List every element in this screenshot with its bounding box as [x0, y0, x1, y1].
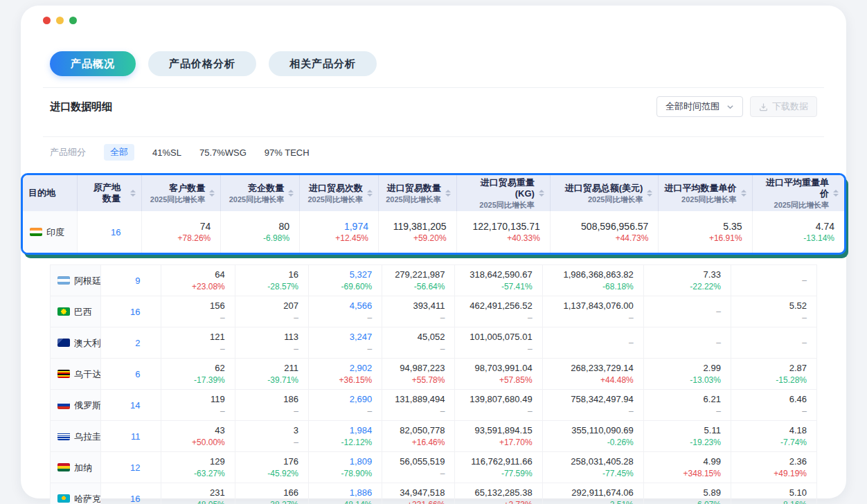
destination-cell: 澳大利亚	[51, 327, 101, 359]
origin-count-link[interactable]: 16	[111, 227, 120, 237]
tab-product-price-analysis[interactable]: 产品价格分析	[148, 51, 256, 76]
metric-cell: 4.74-13.14%	[752, 211, 844, 253]
growth-value: -19.23%	[654, 437, 721, 448]
growth-value: -68.18%	[553, 281, 634, 292]
window-close-button[interactable]	[43, 17, 51, 24]
metric-value: 231	[171, 487, 224, 499]
filter-option-757wsg[interactable]: 75.7%WSG	[199, 147, 247, 158]
table-row[interactable]: 哈萨克斯坦16231-48.05%166-38.27%1,886-48.14%3…	[51, 483, 817, 504]
metric-cell: 62-17.39%	[161, 359, 235, 390]
destination-cell: 巴西	[51, 296, 101, 327]
filter-option-97tech[interactable]: 97% TECH	[265, 147, 310, 158]
metric-value: 6.21	[654, 393, 721, 406]
sort-icon[interactable]	[130, 190, 136, 197]
ru-flag-icon	[57, 401, 70, 409]
trade-count-link[interactable]: 1,886	[319, 487, 372, 499]
trade-count-link[interactable]: 1,984	[319, 424, 372, 437]
metric-cell: 80-6.98%	[221, 211, 300, 253]
origin-count-link[interactable]: 11	[131, 431, 141, 442]
metric-cell: 207–	[235, 296, 308, 327]
metric-value: 34,947,518	[392, 487, 445, 499]
table-row[interactable]: 印度1674+78.26%80-6.98%1,974+12.45%119,381…	[23, 211, 844, 253]
origin-count-cell: 16	[101, 483, 161, 504]
growth-value: +55.78%	[392, 375, 445, 386]
origin-count-link[interactable]: 2	[135, 338, 140, 348]
table-row[interactable]: 澳大利亚2121–113–3,247–45,052–101,005,075.01…	[51, 327, 817, 359]
filter-label: 产品细分	[50, 146, 86, 159]
time-range-select[interactable]: 全部时间范围	[656, 96, 743, 117]
metric-cell: 176-45.92%	[235, 452, 308, 483]
sort-icon[interactable]	[833, 190, 839, 197]
trade-count-link[interactable]: 2,690	[319, 393, 372, 406]
column-header-4[interactable]: 竞企数量2025同比增长率	[221, 175, 300, 211]
highlighted-table-annotation: 目的地原产地数量客户数量2025同比增长率竞企数量2025同比增长率进口贸易次数…	[21, 173, 846, 255]
download-data-button[interactable]: 下载数据	[750, 96, 817, 117]
column-header-10[interactable]: 进口平均重量单价2025同比增长率	[752, 175, 844, 211]
trade-count-link[interactable]: 1,809	[319, 456, 372, 468]
sort-icon[interactable]	[209, 190, 215, 197]
metric-value: 211	[245, 362, 298, 375]
trade-count-link[interactable]: 2,902	[319, 362, 372, 375]
metric-cell: 4.99+348.15%	[643, 452, 731, 483]
trade-count-link[interactable]: 1,974	[310, 220, 368, 233]
trade-count-link[interactable]: 3,247	[319, 331, 372, 343]
metric-cell: 93,591,894.15+17.70%	[455, 421, 542, 452]
download-label: 下载数据	[772, 100, 808, 113]
metric-cell: 166-38.27%	[235, 483, 308, 504]
table-row[interactable]: 加纳12129-63.27%176-45.92%1,809-78.90%56,0…	[51, 452, 817, 483]
growth-value: –	[319, 312, 372, 323]
metric-cell: 4.18-7.74%	[731, 421, 816, 452]
window-zoom-button[interactable]	[69, 17, 77, 24]
origin-count-cell: 14	[101, 390, 161, 421]
metric-cell: 5.52–	[731, 296, 816, 327]
metric-cell: 121–	[161, 327, 235, 359]
growth-value: –	[654, 337, 721, 348]
table-row[interactable]: 阿根廷964+23.08%16-28.57%5,327-69.60%279,22…	[51, 265, 817, 296]
metric-cell: 6.46–	[731, 390, 816, 421]
window-minimize-button[interactable]	[56, 17, 64, 24]
metric-cell: 2.87-15.28%	[731, 359, 816, 390]
column-header-5[interactable]: 进口贸易次数2025同比增长率	[300, 175, 379, 211]
metric-cell: 758,342,497.94–	[542, 390, 643, 421]
tab-product-overview[interactable]: 产品概况	[50, 51, 136, 76]
column-header-9[interactable]: 进口平均数量单价2025同比增长率	[659, 175, 752, 211]
trade-count-link[interactable]: 4,566	[319, 300, 372, 312]
growth-value: –	[171, 406, 224, 417]
origin-count-link[interactable]: 9	[135, 276, 140, 286]
metric-cell: 82,050,778+16.46%	[382, 421, 455, 452]
column-header-3[interactable]: 客户数量2025同比增长率	[142, 175, 221, 211]
column-header-8[interactable]: 进口贸易总额(美元)2025同比增长率	[550, 175, 659, 211]
origin-count-link[interactable]: 16	[130, 307, 140, 317]
trade-count-link[interactable]: 5,327	[319, 269, 372, 281]
origin-count-link[interactable]: 12	[130, 462, 140, 473]
sort-icon[interactable]	[445, 190, 451, 197]
sort-icon[interactable]	[539, 190, 544, 197]
column-header-7[interactable]: 进口贸易重量(KG)2025同比增长率	[456, 175, 550, 211]
origin-count-link[interactable]: 16	[130, 494, 140, 504]
growth-value: -13.14%	[762, 233, 834, 244]
column-header-2[interactable]: 原产地数量	[77, 175, 142, 211]
column-header-6[interactable]: 进口贸易数量2025同比增长率	[378, 175, 456, 211]
origin-count-cell: 16	[77, 211, 142, 253]
column-subtitle: 2025同比增长率	[556, 195, 643, 204]
tab-related-product-analysis[interactable]: 相关产品分析	[269, 51, 377, 76]
metric-cell: 113–	[235, 327, 308, 359]
filter-option-all[interactable]: 全部	[104, 144, 134, 161]
filter-option-41sl[interactable]: 41%SL	[152, 147, 181, 158]
metric-value: 5.89	[654, 487, 721, 499]
table-row[interactable]: 乌干达662-17.39%211-39.71%2,902+36.15%94,98…	[51, 359, 817, 390]
metric-value: 758,342,497.94	[553, 393, 634, 406]
sort-icon[interactable]	[367, 190, 373, 197]
metric-value: 94,987,223	[392, 362, 445, 375]
metric-value: 279,221,987	[392, 269, 445, 281]
origin-count-link[interactable]: 6	[135, 369, 140, 379]
sort-icon[interactable]	[288, 190, 294, 197]
sort-icon[interactable]	[647, 190, 652, 197]
growth-value: +44.48%	[553, 375, 634, 386]
growth-value: –	[741, 275, 807, 286]
origin-count-link[interactable]: 14	[130, 400, 140, 411]
sort-icon[interactable]	[741, 190, 747, 197]
table-row[interactable]: 巴西16156–207–4,566–393,411–462,491,256.52…	[51, 296, 817, 327]
table-row[interactable]: 乌拉圭1143+50.00%3–1,984-12.12%82,050,778+1…	[51, 421, 817, 452]
table-row[interactable]: 俄罗斯14119–186–2,690–131,889,494–139,807,6…	[51, 390, 817, 421]
